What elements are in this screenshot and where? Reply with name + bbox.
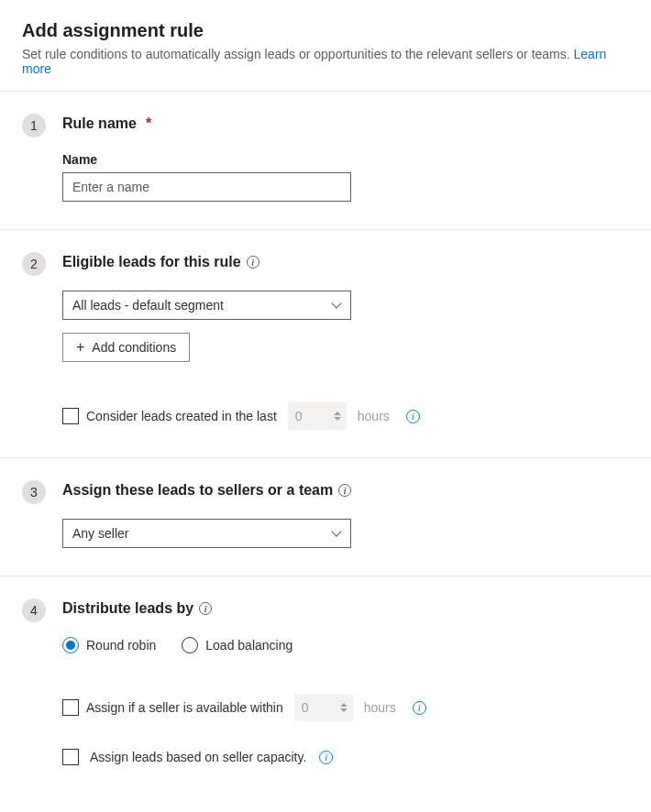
plus-icon: + [76,340,84,355]
load-balancing-label: Load balancing [205,638,292,653]
chevron-down-icon [332,529,341,538]
section-heading-eligible-leads: Eligible leads for this rule i [62,254,629,270]
section-body: Distribute leads by i Round robin Load b… [62,600,629,765]
spinner-down[interactable] [340,708,348,712]
section-body: Eligible leads for this rule i All leads… [62,254,629,430]
info-icon[interactable]: i [247,256,259,269]
seller-dropdown[interactable]: Any seller [62,519,351,548]
heading-text: Assign these leads to sellers or a team [62,482,333,499]
subtitle-text: Set rule conditions to automatically ass… [22,47,574,61]
consider-leads-checkbox[interactable] [62,408,79,424]
section-assign-leads: 3 Assign these leads to sellers or a tea… [0,458,651,576]
info-icon[interactable]: i [406,410,420,423]
capacity-checkbox[interactable] [62,749,79,765]
section-rule-name: 1 Rule name* Name [0,92,651,229]
step-badge-2: 2 [22,252,46,276]
page-subtitle: Set rule conditions to automatically ass… [22,47,629,76]
info-icon[interactable]: i [319,751,333,764]
load-balancing-radio[interactable] [182,637,198,653]
section-heading-rule-name: Rule name* [62,115,629,132]
chevron-down-icon [332,301,341,310]
step-badge-4: 4 [22,598,46,622]
info-icon[interactable]: i [338,484,351,497]
consider-leads-label: Consider leads created in the last [86,409,277,423]
section-distribute: 4 Distribute leads by i Round robin Load… [0,576,651,793]
section-body: Rule name* Name [62,115,629,202]
heading-text: Eligible leads for this rule [62,254,241,270]
consider-leads-row: Consider leads created in the last 0 hou… [62,402,629,430]
radio-group: Round robin Load balancing [62,637,629,653]
hours-spinner[interactable]: 0 [294,694,353,721]
assign-within-row: Assign if a seller is available within 0… [62,694,629,721]
section-body: Assign these leads to sellers or a team … [62,482,629,548]
step-badge-1: 1 [22,114,46,137]
spinner-arrows [340,694,349,721]
name-field-label: Name [62,152,629,167]
button-label: Add conditions [92,340,176,355]
capacity-label: Assign leads based on seller capacity. [90,750,306,764]
spinner-down[interactable] [334,417,341,421]
assign-within-checkbox[interactable] [62,699,79,716]
info-icon[interactable]: i [199,602,212,615]
dropdown-value: All leads - default segment [72,298,224,313]
round-robin-label: Round robin [86,638,156,653]
hours-spinner[interactable]: 0 [288,402,347,430]
spinner-value: 0 [295,409,303,423]
page-header: Add assignment rule Set rule conditions … [0,0,651,91]
heading-text: Distribute leads by [62,600,193,617]
segment-dropdown[interactable]: All leads - default segment [62,291,351,320]
info-icon[interactable]: i [413,701,426,715]
section-heading-distribute: Distribute leads by i [62,600,629,617]
page-title: Add assignment rule [22,20,629,41]
heading-text: Rule name [62,115,137,132]
assign-within-label: Assign if a seller is available within [86,700,283,715]
section-eligible-leads: 2 Eligible leads for this rule i All lea… [0,230,651,457]
rule-name-input[interactable] [62,172,351,202]
add-conditions-button[interactable]: + Add conditions [62,333,190,362]
spinner-unit: hours [364,700,396,715]
dropdown-value: Any seller [72,526,128,541]
round-robin-radio[interactable] [62,637,79,653]
capacity-row: Assign leads based on seller capacity. i [62,749,629,765]
step-badge-3: 3 [22,480,46,504]
spinner-unit: hours [358,409,390,423]
spinner-arrows [334,402,343,430]
spinner-up[interactable] [334,411,341,415]
required-asterisk: * [146,115,151,132]
spinner-up[interactable] [340,703,348,707]
section-heading-assign-leads: Assign these leads to sellers or a team … [62,482,629,499]
spinner-value: 0 [302,700,309,715]
